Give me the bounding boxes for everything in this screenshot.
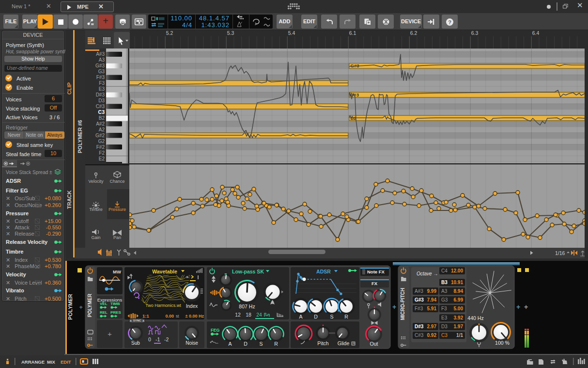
svg-text:C#3: C#3 <box>96 104 105 109</box>
svg-text:A: A <box>228 341 232 347</box>
svg-text:E2: E2 <box>99 156 105 161</box>
svg-text:MIX: MIX <box>47 359 56 365</box>
svg-text:Wavetable: Wavetable <box>152 269 177 274</box>
svg-text:FEG: FEG <box>211 328 220 333</box>
svg-text:G2: G2 <box>98 139 105 144</box>
svg-text:Out: Out <box>370 341 378 347</box>
svg-text:Chance: Chance <box>109 179 124 184</box>
svg-text:G#3: G#3 <box>415 297 424 303</box>
svg-text:5.2: 5.2 <box>166 30 173 36</box>
svg-text:6.99: 6.99 <box>454 297 464 303</box>
svg-text:Note FX: Note FX <box>367 269 385 274</box>
svg-text:F#2: F#2 <box>96 144 105 150</box>
svg-text:ARRANGE: ARRANGE <box>21 359 45 365</box>
svg-text:5.3: 5.3 <box>227 30 234 36</box>
svg-text:A3: A3 <box>99 57 105 63</box>
svg-text:D3: D3 <box>98 98 105 103</box>
svg-text:+: + <box>392 303 396 311</box>
svg-text:Velocity: Velocity <box>88 179 104 184</box>
svg-text:G#3: G#3 <box>95 63 105 68</box>
svg-text:807 Hz: 807 Hz <box>239 304 255 309</box>
svg-text:G#2: G#2 <box>95 133 105 138</box>
svg-text:100 %: 100 % <box>495 340 510 346</box>
svg-text:C3: C3 <box>441 333 448 338</box>
svg-text:5.4: 5.4 <box>288 30 295 36</box>
svg-text:C4: C4 <box>441 268 448 273</box>
svg-text:1/1: 1/1 <box>456 333 463 338</box>
svg-text:Gain: Gain <box>91 235 100 240</box>
svg-text:st: st <box>176 314 179 319</box>
svg-text:Noise: Noise <box>186 340 198 346</box>
svg-text:Octave →: Octave → <box>417 271 438 276</box>
svg-text:G3: G3 <box>98 69 105 74</box>
svg-text:0.92: 0.92 <box>427 333 437 338</box>
svg-text:B3: B3 <box>441 280 448 285</box>
svg-text:A2: A2 <box>99 127 105 132</box>
svg-text:FX: FX <box>371 281 378 286</box>
svg-text:24: 24 <box>256 312 262 318</box>
svg-text:Glide: Glide <box>338 340 350 346</box>
svg-text:PRES: PRES <box>110 310 121 315</box>
svg-text:POLYMER: POLYMER <box>67 294 73 320</box>
svg-text:1.97: 1.97 <box>454 324 464 329</box>
svg-text:MW: MW <box>113 269 121 274</box>
svg-text:L: L <box>353 342 355 345</box>
svg-text:REL: REL <box>100 310 108 315</box>
svg-text:F3: F3 <box>441 306 447 311</box>
svg-text:A#3: A#3 <box>415 288 423 294</box>
svg-text:10.91: 10.91 <box>451 280 463 285</box>
svg-text:A: A <box>299 314 302 320</box>
svg-text:7.94: 7.94 <box>427 297 437 303</box>
svg-text:6.4: 6.4 <box>532 30 540 36</box>
svg-text:Pressure: Pressure <box>108 207 126 212</box>
svg-text:EDIT: EDIT <box>61 359 71 365</box>
svg-text:E3: E3 <box>99 86 105 92</box>
svg-text:R: R <box>344 314 348 320</box>
svg-text:F#3: F#3 <box>96 75 105 80</box>
svg-text:9.99: 9.99 <box>427 288 437 294</box>
svg-text:+: + <box>524 303 528 311</box>
svg-text:Two Harmonics.wt: Two Harmonics.wt <box>145 303 181 308</box>
svg-text:VEL: VEL <box>100 302 108 306</box>
svg-text:A3: A3 <box>441 288 448 294</box>
svg-text:1:1: 1:1 <box>142 313 149 319</box>
svg-text:TIMB: TIMB <box>110 302 120 306</box>
svg-text:★: ★ <box>186 275 189 279</box>
svg-text:A#2: A#2 <box>96 121 105 127</box>
svg-text:F2: F2 <box>99 150 105 156</box>
svg-text:E3: E3 <box>441 315 448 320</box>
svg-text:8.94: 8.94 <box>454 288 464 294</box>
svg-text:Pan: Pan <box>113 235 121 240</box>
svg-text:+: + <box>108 330 112 338</box>
svg-text:▲ SYNC ▲: ▲ SYNC ▲ <box>129 319 145 322</box>
svg-text:5.91: 5.91 <box>427 306 437 311</box>
svg-text:Pitch: Pitch <box>317 340 329 346</box>
svg-text:6.3: 6.3 <box>471 30 479 36</box>
svg-text:D: D <box>244 341 248 347</box>
svg-text:0: 0 <box>148 336 151 342</box>
svg-text:18: 18 <box>246 312 251 318</box>
svg-text:Index: Index <box>186 304 198 309</box>
svg-text:3.92: 3.92 <box>454 315 464 320</box>
svg-text:A#3: A#3 <box>96 51 105 57</box>
svg-text:D3: D3 <box>441 324 448 329</box>
svg-text:S: S <box>259 341 263 347</box>
svg-text:G3: G3 <box>441 297 448 303</box>
svg-text:D: D <box>314 314 318 320</box>
svg-text:+: + <box>516 303 520 311</box>
svg-text:ADSR: ADSR <box>316 269 331 274</box>
svg-text:F3: F3 <box>99 80 105 86</box>
svg-text:C3: C3 <box>98 109 105 115</box>
svg-text:-2: -2 <box>164 336 169 342</box>
svg-text:1/16: 1/16 <box>555 250 565 256</box>
svg-text:5.00: 5.00 <box>454 306 464 311</box>
svg-text:0.00: 0.00 <box>165 314 174 319</box>
svg-text:w: w <box>91 22 94 26</box>
svg-text:S: S <box>330 314 333 320</box>
svg-text:12.00: 12.00 <box>451 268 463 273</box>
svg-text:POLYMER: POLYMER <box>87 293 93 317</box>
svg-text:C#3: C#3 <box>415 333 424 338</box>
svg-text:B2: B2 <box>99 115 105 121</box>
svg-text:D#3: D#3 <box>415 324 424 329</box>
svg-text:?: ? <box>448 19 451 25</box>
